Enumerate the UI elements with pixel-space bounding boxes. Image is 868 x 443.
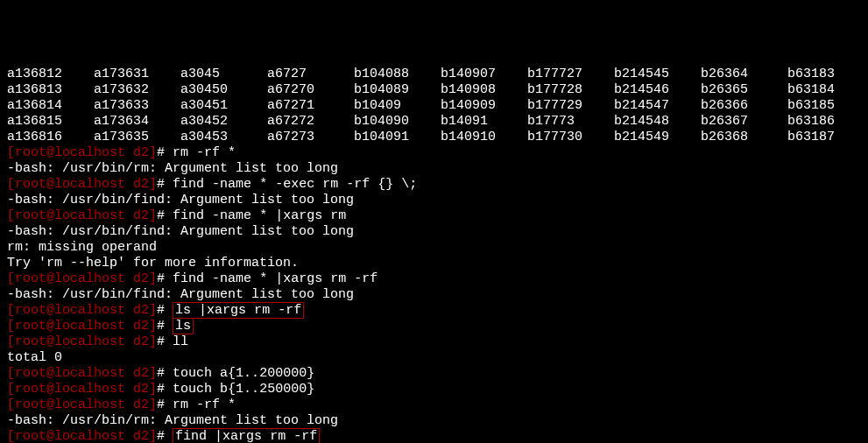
prompt-bracket-open: [ bbox=[7, 177, 15, 192]
highlighted-command: ls |xargs rm -rf bbox=[173, 302, 304, 319]
command-line: [root@localhost d2]# ll bbox=[7, 334, 861, 350]
command-text: find -name * |xargs rm bbox=[173, 208, 346, 223]
command-text: ll bbox=[173, 334, 188, 349]
prompt-bracket-close: ] bbox=[149, 177, 157, 192]
filename: b177730 bbox=[527, 130, 614, 145]
prompt-bracket-open: [ bbox=[7, 429, 15, 443]
prompt-at: @ bbox=[46, 366, 54, 381]
filename: b63183 bbox=[787, 67, 868, 82]
ls-output-row: a136813a173632a30450a67270b104089b140908… bbox=[7, 82, 861, 98]
prompt-bracket-close: ] bbox=[149, 382, 157, 397]
filename: b104089 bbox=[354, 82, 441, 98]
filename: b177728 bbox=[527, 82, 614, 98]
filename: b63184 bbox=[787, 82, 868, 98]
filename: a67272 bbox=[267, 114, 354, 130]
prompt-user: root bbox=[15, 177, 46, 192]
prompt-bracket-close: ] bbox=[149, 397, 157, 412]
highlighted-command: find |xargs rm -rf bbox=[173, 428, 320, 443]
command-text: find -name * |xargs rm -rf bbox=[173, 271, 378, 286]
filename: b10409 bbox=[354, 98, 441, 114]
prompt-at: @ bbox=[46, 319, 54, 334]
prompt-host: localhost bbox=[54, 177, 125, 192]
output-line: rm: missing operand bbox=[7, 240, 861, 256]
prompt-user: root bbox=[15, 208, 46, 223]
filename: a67273 bbox=[267, 130, 354, 145]
filename: a67271 bbox=[267, 98, 354, 114]
prompt-hash: # bbox=[157, 429, 173, 443]
filename: b14091 bbox=[441, 114, 527, 130]
prompt-bracket-open: [ bbox=[7, 303, 15, 318]
prompt-bracket-open: [ bbox=[7, 145, 15, 160]
prompt-bracket-open: [ bbox=[7, 334, 15, 349]
filename: a173632 bbox=[94, 82, 180, 98]
prompt-user: root bbox=[15, 145, 46, 160]
filename: a136813 bbox=[7, 82, 94, 98]
output-line: -bash: /usr/bin/find: Argument list too … bbox=[7, 224, 861, 240]
filename: b104091 bbox=[354, 130, 441, 145]
prompt-host: localhost bbox=[54, 303, 125, 318]
prompt-dir: d2 bbox=[125, 145, 149, 160]
command-line: [root@localhost d2]# ls |xargs rm -rf bbox=[7, 303, 861, 319]
prompt-user: root bbox=[15, 271, 46, 286]
prompt-user: root bbox=[15, 319, 46, 334]
prompt-at: @ bbox=[46, 303, 54, 318]
filename: b140909 bbox=[441, 98, 527, 114]
filename: b26367 bbox=[701, 114, 787, 130]
prompt-host: localhost bbox=[54, 429, 125, 443]
prompt-at: @ bbox=[46, 334, 54, 349]
command-text: rm -rf * bbox=[173, 145, 236, 160]
prompt-host: localhost bbox=[54, 397, 125, 412]
command-text: touch b{1..250000} bbox=[173, 382, 314, 397]
filename: a173634 bbox=[94, 114, 180, 130]
filename: b26366 bbox=[701, 98, 787, 114]
filename: b63185 bbox=[787, 98, 868, 114]
prompt-bracket-close: ] bbox=[149, 303, 157, 318]
filename: a30453 bbox=[180, 130, 267, 145]
filename: b214547 bbox=[614, 98, 701, 114]
prompt-host: localhost bbox=[54, 319, 125, 334]
prompt-dir: d2 bbox=[125, 208, 149, 223]
command-line: [root@localhost d2]# touch b{1..250000} bbox=[7, 382, 861, 397]
filename: b140907 bbox=[441, 67, 527, 82]
filename: b104090 bbox=[354, 114, 441, 130]
prompt-hash: # bbox=[157, 319, 173, 334]
ls-output-row: a136812a173631a3045a6727b104088b140907b1… bbox=[7, 67, 861, 82]
prompt-user: root bbox=[15, 397, 46, 412]
prompt-bracket-close: ] bbox=[149, 271, 157, 286]
prompt-bracket-close: ] bbox=[149, 334, 157, 349]
prompt-at: @ bbox=[46, 382, 54, 397]
command-line: [root@localhost d2]# find -name * |xargs… bbox=[7, 271, 861, 287]
prompt-dir: d2 bbox=[125, 366, 149, 381]
prompt-hash: # bbox=[157, 145, 173, 160]
command-line: [root@localhost d2]# rm -rf * bbox=[7, 397, 861, 413]
prompt-at: @ bbox=[46, 177, 54, 192]
command-text: rm -rf * bbox=[173, 397, 236, 412]
command-line: [root@localhost d2]# find -name * -exec … bbox=[7, 177, 861, 193]
prompt-host: localhost bbox=[54, 334, 125, 349]
command-text: find |xargs rm -rf bbox=[175, 429, 317, 443]
prompt-dir: d2 bbox=[125, 382, 149, 397]
filename: a173631 bbox=[94, 67, 180, 82]
prompt-dir: d2 bbox=[125, 397, 149, 412]
prompt-at: @ bbox=[46, 145, 54, 160]
filename: b177729 bbox=[527, 98, 614, 114]
prompt-bracket-open: [ bbox=[7, 271, 15, 286]
prompt-bracket-open: [ bbox=[7, 382, 15, 397]
command-line: [root@localhost d2]# find |xargs rm -rf bbox=[7, 429, 861, 443]
filename: a173633 bbox=[94, 98, 180, 114]
prompt-host: localhost bbox=[54, 271, 125, 286]
filename: a67270 bbox=[267, 82, 354, 98]
output-line: Try 'rm --help' for more information. bbox=[7, 256, 861, 271]
command-text: find -name * -exec rm -rf {} \; bbox=[173, 177, 417, 192]
ls-output-row: a136815a173634a30452a67272b104090b14091b… bbox=[7, 114, 861, 130]
prompt-bracket-open: [ bbox=[7, 208, 15, 223]
filename: a3045 bbox=[180, 67, 267, 82]
filename: a136816 bbox=[7, 130, 94, 145]
prompt-host: localhost bbox=[54, 382, 125, 397]
terminal-window[interactable]: a136812a173631a3045a6727b104088b140907b1… bbox=[7, 67, 861, 443]
output-line: -bash: /usr/bin/find: Argument list too … bbox=[7, 193, 861, 208]
output-line: total 0 bbox=[7, 350, 861, 366]
filename: b104088 bbox=[354, 67, 441, 82]
prompt-bracket-open: [ bbox=[7, 397, 15, 412]
prompt-bracket-open: [ bbox=[7, 366, 15, 381]
